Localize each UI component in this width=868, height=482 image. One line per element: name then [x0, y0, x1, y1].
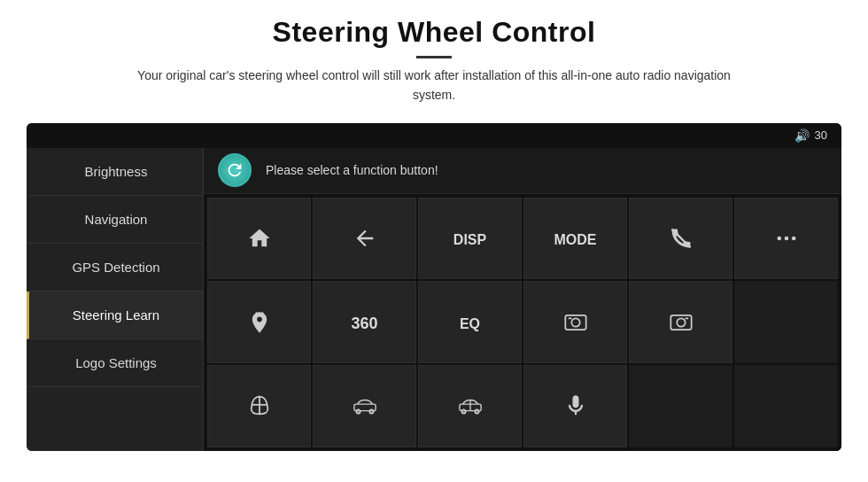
empty-cell-1 — [734, 281, 838, 363]
eq-button[interactable]: EQ — [418, 281, 522, 363]
device-body: Brightness Navigation GPS Detection Stee… — [27, 148, 841, 451]
mic-button[interactable] — [523, 365, 627, 447]
title-divider — [416, 56, 452, 58]
sidebar-item-brightness[interactable]: Brightness — [27, 148, 203, 196]
sidebar: Brightness Navigation GPS Detection Stee… — [27, 148, 204, 451]
360-button[interactable]: 360 — [313, 281, 416, 363]
device-statusbar: 🔊 30 — [27, 123, 841, 148]
car-camera-2-button[interactable] — [629, 281, 732, 363]
car-side-2-button[interactable] — [418, 365, 522, 447]
home-button[interactable] — [207, 198, 311, 280]
svg-point-14 — [369, 410, 374, 415]
empty-cell-2 — [629, 365, 732, 447]
volume-value: 30 — [815, 128, 827, 142]
extra-button-1[interactable] — [734, 198, 838, 280]
page-subtitle: Your original car's steering wheel contr… — [124, 66, 744, 105]
eq-label: EQ — [460, 316, 480, 332]
svg-rect-6 — [565, 315, 585, 330]
svg-point-17 — [475, 410, 479, 415]
sidebar-item-navigation[interactable]: Navigation — [27, 196, 203, 244]
phone-cancel-button[interactable] — [629, 198, 732, 280]
disp-button[interactable]: DISP — [418, 198, 522, 280]
top-bar: Please select a function button! — [204, 148, 841, 194]
car-side-1-button[interactable] — [313, 365, 416, 447]
sidebar-item-steering-learn[interactable]: Steering Learn — [27, 292, 203, 339]
car-camera-1-button[interactable] — [523, 281, 627, 363]
mode-label: MODE — [554, 232, 597, 248]
svg-rect-8 — [670, 315, 691, 330]
volume-icon: 🔊 — [794, 128, 810, 143]
prompt-text: Please select a function button! — [266, 163, 438, 177]
svg-point-9 — [677, 318, 685, 326]
device-frame: 🔊 30 Brightness Navigation GPS Detection… — [27, 123, 841, 451]
mode-button[interactable]: MODE — [523, 198, 627, 280]
sidebar-item-logo-settings[interactable]: Logo Settings — [27, 339, 203, 387]
back-button[interactable] — [313, 198, 416, 280]
svg-point-1 — [777, 237, 781, 241]
page-header: Steering Wheel Control Your original car… — [0, 0, 868, 114]
refresh-button[interactable] — [218, 153, 252, 187]
svg-point-7 — [571, 318, 579, 326]
disp-label: DISP — [453, 232, 486, 248]
empty-cell-3 — [734, 365, 838, 447]
main-content: Please select a function button! — [204, 148, 841, 451]
tuner-button[interactable] — [207, 281, 311, 363]
360-label: 360 — [351, 315, 377, 333]
svg-point-2 — [784, 237, 788, 241]
car-top-button[interactable] — [207, 365, 311, 447]
sidebar-item-gps-detection[interactable]: GPS Detection — [27, 244, 203, 292]
svg-point-3 — [791, 237, 795, 241]
buttons-grid: DISP MODE — [204, 194, 841, 451]
page-title: Steering Wheel Control — [53, 16, 815, 49]
svg-point-13 — [356, 410, 360, 415]
svg-point-16 — [461, 410, 466, 415]
